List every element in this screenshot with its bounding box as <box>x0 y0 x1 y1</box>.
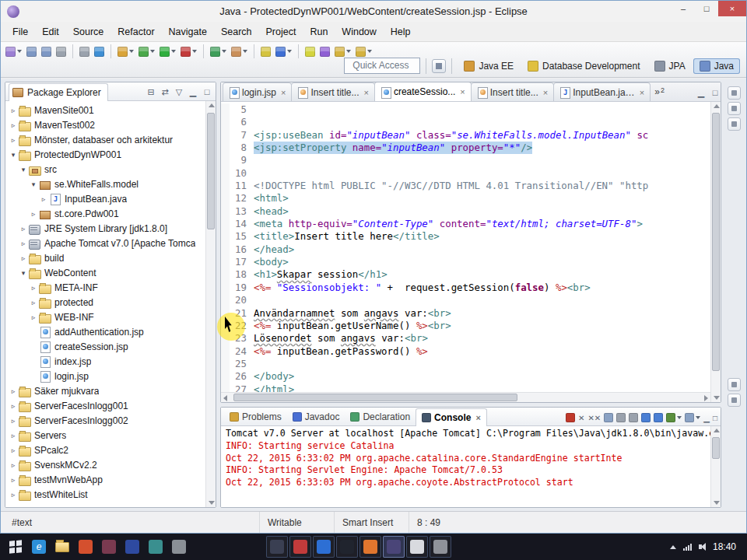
terminate-icon[interactable] <box>566 413 575 422</box>
expander-icon[interactable]: ▹ <box>9 402 18 410</box>
title-bar[interactable]: Java - ProtectedDynWP001/WebContent/crea… <box>1 1 746 22</box>
quick-access-button[interactable]: Quick Access <box>344 58 420 74</box>
tree-item-protected[interactable]: ▹protected <box>7 295 205 310</box>
back-icon[interactable] <box>333 45 352 58</box>
expander-icon[interactable]: ▹ <box>39 195 48 203</box>
perspective-java[interactable]: Java <box>693 58 740 74</box>
tree-item-mavensite001[interactable]: ▹MavenSite001 <box>7 103 205 117</box>
pinned-app-icon-3[interactable] <box>121 536 143 558</box>
expander-icon[interactable]: ▹ <box>9 446 18 454</box>
tree-item-maventest002[interactable]: ▹MavenTest002 <box>7 117 205 132</box>
close-tab-icon[interactable]: × <box>640 88 644 97</box>
console-output[interactable]: Tomcat v7.0 Server at localhost [Apache … <box>221 426 721 507</box>
remove-all-terminated-icon[interactable]: ✕✕ <box>587 414 601 422</box>
menu-source[interactable]: Source <box>66 23 111 40</box>
code-line[interactable]: 25 <box>221 358 710 370</box>
minimize-view-icon[interactable]: ▁ <box>696 87 707 98</box>
dropdown-arrow-icon[interactable] <box>346 50 351 53</box>
open-console-icon[interactable] <box>685 413 700 422</box>
tree-item-servers[interactable]: ▹Servers <box>7 428 205 443</box>
tree-item-createsession-jsp[interactable]: createSession.jsp <box>7 339 205 354</box>
pinned-app-icon-2[interactable] <box>98 536 120 558</box>
package-explorer-scrollbar[interactable] <box>205 101 216 507</box>
eclipse-icon[interactable] <box>383 536 405 558</box>
expander-icon[interactable]: ▾ <box>19 166 28 173</box>
tree-item-login-jsp[interactable]: login.jsp <box>7 369 205 383</box>
close-tab-icon[interactable]: × <box>281 88 286 97</box>
java-icon[interactable] <box>359 536 381 558</box>
view-menu-icon[interactable]: ▽ <box>174 86 184 97</box>
expander-icon[interactable]: ▹ <box>9 461 18 469</box>
gimp-icon[interactable] <box>430 536 451 558</box>
menu-help[interactable]: Help <box>384 23 418 40</box>
expander-icon[interactable]: ▹ <box>19 240 28 247</box>
search-icon[interactable] <box>274 45 293 58</box>
close-tab-icon[interactable]: × <box>460 87 465 96</box>
menu-refactor[interactable]: Refactor <box>110 23 161 40</box>
expander-icon[interactable]: ▾ <box>19 269 28 277</box>
code-line[interactable]: 24<%= inputBean.getPassword() %> <box>221 345 710 358</box>
maximize-view-icon[interactable]: □ <box>202 86 212 97</box>
running-app-icon-1[interactable] <box>266 536 288 558</box>
tree-item-addauthentication-jsp[interactable]: addAuthentication.jsp <box>7 324 205 339</box>
scrollbar-thumb[interactable] <box>233 394 517 401</box>
open-type-icon[interactable] <box>259 45 272 58</box>
network-icon[interactable] <box>683 544 692 551</box>
code-line[interactable]: 27</html> <box>221 383 710 392</box>
tree-item-testwhitelist[interactable]: ▹testWhiteList <box>7 487 205 502</box>
new-java-package-icon[interactable] <box>230 45 249 58</box>
expander-icon[interactable]: ▹ <box>9 107 18 114</box>
dropdown-arrow-icon[interactable] <box>677 416 682 419</box>
running-app-icon-3[interactable] <box>313 536 335 558</box>
expander-icon[interactable]: ▹ <box>9 432 18 439</box>
menu-run[interactable]: Run <box>303 23 335 40</box>
code-line[interactable]: 14<meta http-equiv="Content-Type" conten… <box>221 218 710 230</box>
open-perspective-icon[interactable] <box>432 59 446 73</box>
code-line[interactable]: 22<%= inputBean.getUserName() %><br> <box>221 320 710 332</box>
pinned-app-icon-5[interactable] <box>168 536 190 558</box>
volume-icon[interactable] <box>699 543 706 551</box>
code-line[interactable]: 6 <box>221 116 710 128</box>
code-lines[interactable]: 567<jsp:useBean id="inputBean" class="se… <box>221 102 710 392</box>
dropdown-arrow-icon[interactable] <box>287 50 292 53</box>
dropdown-arrow-icon[interactable] <box>17 50 22 53</box>
expander-icon[interactable]: ▹ <box>9 476 18 484</box>
tree-item-build[interactable]: ▹build <box>7 250 205 265</box>
mark-occurrences-icon[interactable] <box>303 45 317 58</box>
scroll-up-icon[interactable] <box>714 429 720 432</box>
start-button[interactable] <box>5 536 26 558</box>
scroll-down-icon[interactable] <box>714 501 720 505</box>
minimized-view-2-icon[interactable] <box>728 117 741 131</box>
close-tab-icon[interactable]: × <box>364 88 369 97</box>
code-line[interactable]: 20 <box>221 294 710 306</box>
tree-item-jre-system-library-jdk1-8-0[interactable]: ▹JRE System Library [jdk1.8.0] <box>7 221 205 236</box>
dropdown-arrow-icon[interactable] <box>696 416 700 419</box>
scrollbar-thumb[interactable] <box>207 113 215 229</box>
last-edit-location-icon[interactable] <box>318 45 331 58</box>
code-line[interactable]: 17<body> <box>221 256 710 268</box>
expander-icon[interactable]: ▹ <box>9 417 18 425</box>
console-tab-javadoc[interactable]: Javadoc <box>287 408 345 425</box>
minimize-button[interactable]: – <box>672 1 695 16</box>
scroll-up-icon[interactable] <box>209 103 215 107</box>
debug-icon[interactable] <box>137 45 156 58</box>
code-line[interactable]: 23Lösenordet som angavs var:<br> <box>221 332 710 345</box>
tree-item-testmvnwebapp[interactable]: ▹testMvnWebApp <box>7 472 205 487</box>
expander-icon[interactable]: ▹ <box>9 491 18 499</box>
console-tab-console[interactable]: Console× <box>416 408 487 426</box>
editor-area[interactable]: 567<jsp:useBean id="inputBean" class="se… <box>221 102 721 402</box>
expander-icon[interactable]: ▹ <box>19 225 28 233</box>
console-tab-problems[interactable]: Problems <box>224 408 287 425</box>
tree-item-spcalc2[interactable]: ▹SPcalc2 <box>7 443 205 457</box>
perspective-java-ee[interactable]: Java EE <box>458 58 520 74</box>
show-hidden-icons-button[interactable] <box>670 545 676 549</box>
expander-icon[interactable]: ▹ <box>29 299 38 306</box>
code-line[interactable]: 12<html> <box>221 192 710 205</box>
tree-item-index-jsp[interactable]: index.jsp <box>7 354 205 369</box>
print-icon[interactable] <box>54 45 68 58</box>
menu-search[interactable]: Search <box>214 23 259 40</box>
tab-overflow-button[interactable]: » 2 <box>654 86 665 97</box>
console-scrollbar[interactable] <box>710 426 721 507</box>
code-line[interactable]: 9 <box>221 154 710 166</box>
web-browser-icon[interactable] <box>93 45 106 58</box>
